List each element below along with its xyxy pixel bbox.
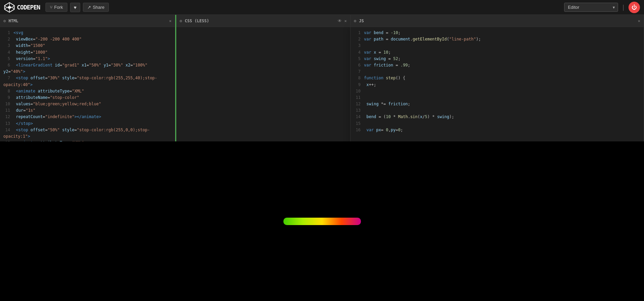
css-gear-icon[interactable]: ⚙ <box>180 19 182 23</box>
code-line: 2var path = document.getElementById("lin… <box>354 36 640 43</box>
gradient-bar <box>283 218 361 225</box>
fork-button[interactable]: ⑂ Fork <box>45 3 67 12</box>
svg-rect-8 <box>283 218 361 225</box>
js-gear-icon[interactable]: ⚙ <box>354 19 356 23</box>
css-close-icons: 👁 ✕ <box>338 19 347 23</box>
code-line: 1var bend = -10; <box>354 30 640 36</box>
js-close-icons: ✕ <box>638 19 640 23</box>
code-line: 9 attributeName="stop-color" <box>3 94 172 101</box>
code-line: 10 <box>354 88 640 94</box>
code-line: 6 <linearGradient id="grad1" x1="50%" y1… <box>3 62 172 75</box>
codepen-logo-icon <box>4 2 15 13</box>
js-close-icon[interactable]: ✕ <box>638 19 640 23</box>
html-gear-icon[interactable]: ⚙ <box>3 19 6 23</box>
power-button[interactable]: ⏻ <box>628 2 640 13</box>
code-line: 1<svg <box>3 30 172 36</box>
share-button[interactable]: ↗ Share <box>83 3 109 12</box>
fork-label: Fork <box>54 5 63 10</box>
css-close-icon[interactable]: ✕ <box>344 19 347 23</box>
svg-marker-1 <box>7 6 12 9</box>
code-line: 16 var px= 0,py=0; <box>354 127 640 133</box>
js-panel-header: ⚙ JS ✕ <box>350 15 644 27</box>
code-line: 13 </stop> <box>3 120 172 127</box>
code-line: 2 viewBox="-200 -200 400 400" <box>3 36 172 43</box>
code-line: 5 version="1.1"> <box>3 56 172 62</box>
topbar: CODEPEN ⑂ Fork ♥ ↗ Share Editor Full Pag… <box>0 0 644 15</box>
code-line: 11 <box>354 94 640 101</box>
code-line: 14 bend = (10 * Math.sin(x/5) * swing); <box>354 114 640 120</box>
code-line: 6var friction = .99; <box>354 62 640 69</box>
css-eye-icon[interactable]: 👁 <box>338 19 342 23</box>
code-line: 14 <stop offset="50%" style="stop-color:… <box>3 127 172 140</box>
code-line: 8 <animate attributeType="XML" <box>3 88 172 94</box>
js-panel-title: JS <box>359 19 364 23</box>
topbar-right: Editor Full Page Details ▾ | ⏻ <box>564 2 640 13</box>
html-panel-header: ⚙ HTML ✕ <box>0 15 175 27</box>
preview-area <box>0 141 644 301</box>
heart-icon: ♥ <box>74 5 76 10</box>
html-close-icon[interactable]: ✕ <box>169 19 172 23</box>
fork-icon: ⑂ <box>50 5 53 10</box>
code-line: 13 <box>354 107 640 114</box>
heart-button[interactable]: ♥ <box>70 3 80 12</box>
code-line: 11 dur="1s" <box>3 107 172 114</box>
code-line: 8function step() { <box>354 75 640 81</box>
code-line: 3 width="1500" <box>3 43 172 49</box>
logo: CODEPEN <box>4 2 40 13</box>
css-panel-title: CSS (LESS) <box>185 19 209 23</box>
code-line: 12 repeatCount="indefinite"></animate> <box>3 114 172 120</box>
code-line: 7 <stop offset="30%" style="stop-color:r… <box>3 75 172 88</box>
code-line: 4 height="1000" <box>3 49 172 56</box>
html-close-icons: ✕ <box>169 19 172 23</box>
code-line: 3 <box>354 43 640 49</box>
code-line: 15 <box>354 120 640 127</box>
share-label: Share <box>93 5 104 10</box>
code-line: 5var swing = 52; <box>354 56 640 62</box>
code-line: 7 <box>354 69 640 75</box>
editors-container: ⚙ HTML ✕ 1<svg 2 viewBox="-200 -200 400 … <box>0 15 644 301</box>
code-line: 9 x++; <box>354 82 640 88</box>
html-panel-title: HTML <box>8 19 18 23</box>
css-panel-header: ⚙ CSS (LESS) 👁 ✕ <box>176 15 350 27</box>
divider: | <box>621 4 625 11</box>
code-line: 10 values="blue;green;yellow;red;blue" <box>3 101 172 107</box>
editor-select[interactable]: Editor Full Page Details <box>564 3 618 12</box>
logo-text: CODEPEN <box>17 4 40 11</box>
code-line: 12 swing *= friction; <box>354 101 640 107</box>
share-icon: ↗ <box>87 5 91 10</box>
code-line: 4var x = 10; <box>354 49 640 56</box>
power-icon: ⏻ <box>632 4 637 10</box>
